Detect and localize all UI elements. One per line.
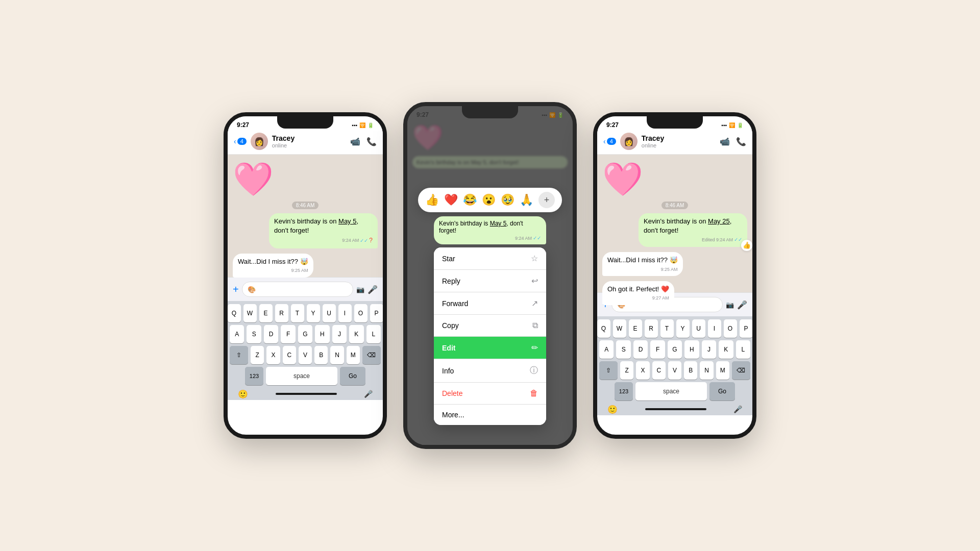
key-r-l[interactable]: L [736,340,750,359]
key-j[interactable]: J [332,325,347,343]
context-item-info[interactable]: Info ⓘ [434,359,546,383]
key-r-a[interactable]: A [599,340,614,359]
voice-icon-right[interactable]: 🎤 [737,300,747,310]
key-r[interactable]: R [275,304,288,322]
emoji-more-button[interactable]: + [538,192,555,208]
key-r-b[interactable]: B [684,361,697,380]
key-r-m[interactable]: M [716,361,729,380]
key-r-u[interactable]: U [692,319,705,338]
back-button-left[interactable]: ‹ 4 [234,137,247,145]
context-item-star[interactable]: Star ☆ [434,247,546,270]
emoji-wow[interactable]: 😮 [482,193,496,207]
key-s[interactable]: S [247,325,261,343]
key-x[interactable]: X [266,346,280,364]
key-r-z[interactable]: Z [620,361,633,380]
emoji-icon-left[interactable]: 🙂 [238,389,248,399]
key-r-o[interactable]: O [724,319,737,338]
context-menu: Star ☆ Reply ↩ Forward ↗ Copy ⧉ Edit ✏ I… [434,247,546,425]
key-r-h[interactable]: H [684,340,699,359]
key-f[interactable]: F [281,325,295,343]
context-item-more[interactable]: More... [434,405,546,425]
key-i[interactable]: I [338,304,352,322]
context-item-reply[interactable]: Reply ↩ [434,270,546,292]
key-v[interactable]: V [299,346,312,364]
key-l[interactable]: L [366,325,381,343]
key-o[interactable]: O [354,304,368,322]
key-r-space[interactable]: space [635,382,707,400]
key-r-w[interactable]: W [613,319,626,338]
key-r-p[interactable]: P [740,319,753,338]
key-n[interactable]: N [330,346,344,364]
key-r-v[interactable]: V [668,361,681,380]
key-r-t[interactable]: T [660,319,674,338]
emoji-reaction-bar[interactable]: 👍 ❤️ 😂 😮 🥹 🙏 + [418,188,562,212]
key-r-n[interactable]: N [700,361,713,380]
emoji-pleading[interactable]: 🥹 [501,193,514,207]
header-info-left: Tracey online [272,134,346,148]
emoji-icon-right[interactable]: 🙂 [607,405,618,414]
key-go[interactable]: Go [340,367,365,385]
key-q[interactable]: Q [228,304,241,322]
key-z[interactable]: Z [251,346,264,364]
key-r-go[interactable]: Go [709,382,735,400]
camera-icon-right[interactable]: 📷 [726,301,734,309]
emoji-pray[interactable]: 🙏 [520,193,533,207]
phone-icon-right[interactable]: 📞 [736,137,746,146]
key-w[interactable]: W [243,304,257,322]
key-u[interactable]: U [323,304,336,322]
key-r-s[interactable]: S [616,340,630,359]
key-r-g[interactable]: G [668,340,682,359]
video-call-icon[interactable]: 📹 [350,137,360,146]
voice-bottom-icon-right[interactable]: 🎤 [733,405,742,413]
notch-middle [462,106,518,118]
key-y[interactable]: Y [307,304,320,322]
key-t[interactable]: T [291,304,304,322]
emoji-heart[interactable]: ❤️ [444,193,458,207]
input-field-left[interactable]: 🎨 [242,282,353,297]
key-a[interactable]: A [230,325,244,343]
voice-icon-left[interactable]: 🎤 [368,285,378,294]
key-g[interactable]: G [298,325,312,343]
key-h[interactable]: H [315,325,329,343]
key-r-r[interactable]: R [645,319,658,338]
key-r-x[interactable]: X [636,361,649,380]
timestamp-right: 8:46 AM [662,202,689,209]
key-r-backspace[interactable]: ⌫ [732,361,750,380]
key-p[interactable]: P [370,304,383,322]
key-r-c[interactable]: C [652,361,666,380]
key-r-j[interactable]: J [702,340,716,359]
phone-icon[interactable]: 📞 [366,137,377,146]
copy-icon: ⧉ [532,321,538,330]
camera-icon-left[interactable]: 📷 [356,286,364,293]
key-b[interactable]: B [314,346,328,364]
key-123[interactable]: 123 [245,367,263,385]
key-backspace[interactable]: ⌫ [362,346,381,364]
context-item-edit[interactable]: Edit ✏ [434,337,546,359]
status-time-left: 9:27 [237,121,249,129]
key-m[interactable]: M [347,346,360,364]
key-r-y[interactable]: Y [676,319,690,338]
context-item-delete[interactable]: Delete 🗑 [434,383,546,405]
key-r-f[interactable]: F [650,340,665,359]
key-r-d[interactable]: D [633,340,648,359]
emoji-laugh[interactable]: 😂 [463,193,477,207]
emoji-thumbs-up[interactable]: 👍 [425,193,439,207]
add-button-left[interactable]: + [233,284,239,295]
key-r-i[interactable]: I [708,319,721,338]
key-e[interactable]: E [259,304,273,322]
key-r-e[interactable]: E [629,319,642,338]
key-r-q[interactable]: Q [597,319,610,338]
voice-bottom-icon-left[interactable]: 🎤 [364,390,373,398]
key-d[interactable]: D [264,325,278,343]
back-button-right[interactable]: ‹ 4 [603,137,616,145]
key-space[interactable]: space [266,367,337,385]
key-r-k[interactable]: K [719,340,733,359]
context-item-forward[interactable]: Forward ↗ [434,292,546,315]
context-item-copy[interactable]: Copy ⧉ [434,315,546,337]
key-c[interactable]: C [283,346,296,364]
key-r-shift[interactable]: ⇧ [599,361,618,380]
video-call-icon-right[interactable]: 📹 [720,137,730,146]
key-k[interactable]: K [349,325,363,343]
key-shift[interactable]: ⇧ [230,346,248,364]
key-r-123[interactable]: 123 [615,382,633,400]
